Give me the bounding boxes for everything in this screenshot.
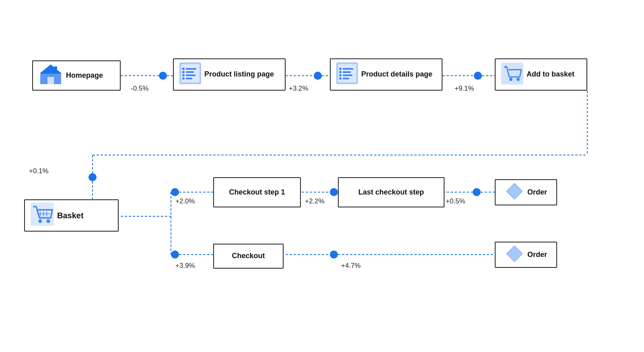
svg-point-36 [182,77,185,80]
pct-pdp-atb: +9.1% [455,85,474,93]
checkout-label: Checkout [232,252,265,261]
order2-node: Order [495,242,557,268]
diamond-icon-1 [505,182,524,203]
pct-plp-pdp: +3.2% [289,85,309,93]
connectors-svg [0,0,644,352]
svg-rect-25 [54,66,57,73]
dot-hp-plp [159,72,167,80]
last-checkout-node: Last checkout step [338,177,444,207]
svg-rect-38 [338,64,356,83]
svg-rect-41 [343,75,352,76]
svg-point-34 [182,71,185,73]
cart-icon-atb [501,62,523,87]
dot-lcs-order1 [473,188,481,196]
svg-point-52 [47,219,50,223]
add-to-basket-node: Add to basket [495,58,587,91]
last-checkout-label: Last checkout step [358,188,424,197]
basket-node: Basket [24,199,119,232]
diamond-icon-2 [505,244,524,266]
pct-cs1-lcs: +2.2% [305,197,325,205]
product-details-node: Product details page [330,58,442,91]
pct-basket-checkout: +3.9% [175,262,195,270]
basket-label: Basket [57,211,84,220]
pct-hp-plp: -0.5% [131,85,148,93]
product-details-label: Product details page [361,70,432,79]
svg-rect-29 [186,68,196,70]
house-icon [39,62,63,89]
checkout-step1-label: Checkout step 1 [229,188,285,197]
svg-point-48 [509,78,512,81]
svg-rect-30 [186,71,194,73]
order1-label: Order [527,188,547,197]
list-icon-pdp [336,62,358,87]
svg-rect-42 [343,78,349,79]
svg-point-49 [516,78,520,81]
svg-rect-39 [343,68,353,70]
homepage-label: Homepage [66,71,103,80]
svg-point-44 [339,71,342,73]
cart-icon-basket [31,203,54,228]
list-icon-plp [179,62,201,87]
svg-point-46 [339,77,342,80]
svg-rect-40 [343,71,351,73]
homepage-node: Homepage [32,60,121,91]
svg-point-45 [339,74,342,77]
svg-rect-28 [181,64,200,83]
svg-marker-57 [506,183,523,199]
add-to-basket-label: Add to basket [527,70,574,79]
product-listing-label: Product listing page [204,70,274,79]
svg-point-33 [182,68,185,70]
pct-lcs-order1: +0.5% [446,197,465,205]
product-listing-node: Product listing page [173,58,286,91]
svg-marker-58 [506,246,523,262]
svg-rect-32 [186,78,192,79]
checkout-step1-node: Checkout step 1 [213,177,301,207]
order1-node: Order [495,179,557,205]
svg-rect-31 [186,75,195,76]
pct-checkout-order2: +4.7% [341,262,361,270]
svg-point-51 [39,219,42,223]
order2-label: Order [527,251,547,259]
svg-marker-24 [39,64,62,74]
dot-cs1-lcs [330,188,338,196]
dot-basket-cs1 [171,188,179,196]
pct-basket-cs1: +2.0% [175,197,195,205]
checkout-node: Checkout [213,244,284,269]
svg-rect-26 [47,77,54,84]
diagram-container: Homepage Product listing page [0,0,644,352]
dot-basket-checkout [171,251,179,259]
dot-pdp-atb [474,72,482,80]
dot-plp-pdp [314,72,322,80]
svg-point-35 [182,74,185,77]
svg-point-43 [339,68,342,70]
pct-atb-basket: +0.1% [29,167,49,175]
dot-basket-left [88,173,97,181]
dot-checkout-order2 [330,251,338,259]
